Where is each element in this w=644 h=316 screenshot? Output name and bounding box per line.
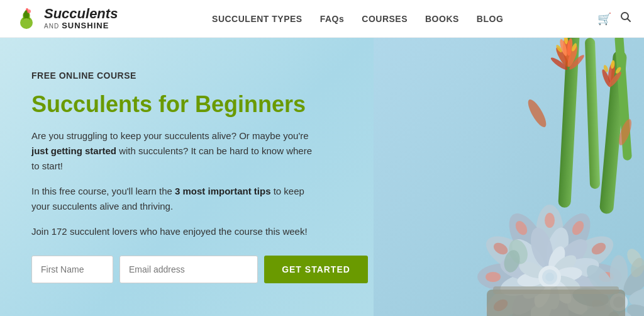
email-input[interactable] [119,256,258,283]
logo[interactable]: Succulents and SUNSHINE [13,5,118,33]
hero-section: FREE ONLINE COURSE Succulents for Beginn… [0,38,644,316]
nav-faqs[interactable]: FAQs [320,14,345,24]
nav-succulent-types[interactable]: SUCCULENT TYPES [212,14,303,24]
get-started-button[interactable]: GET STARTED [264,256,368,283]
hero-content: FREE ONLINE COURSE Succulents for Beginn… [0,38,399,316]
first-name-input[interactable] [31,256,113,283]
nav-books[interactable]: BOOKS [425,14,459,24]
hero-desc3: Join 172 succulent lovers who have enjoy… [31,224,368,239]
nav-courses[interactable]: COURSES [362,14,408,24]
cart-icon[interactable]: 🛒 [597,12,611,26]
logo-brand: Succulents [44,6,118,21]
hero-image [374,38,644,316]
svg-line-8 [627,19,630,22]
svg-point-69 [545,213,555,228]
svg-point-6 [26,8,28,11]
logo-and: and [44,23,59,30]
main-nav: SUCCULENT TYPES FAQs COURSES BOOKS BLOG [212,14,503,24]
svg-point-68 [545,273,554,281]
logo-sunshine: SUNSHINE [62,21,109,30]
hero-desc1: Are you struggling to keep your succulen… [31,128,321,174]
hero-label: FREE ONLINE COURSE [31,71,368,81]
hero-form: GET STARTED [31,256,368,283]
svg-rect-93 [493,286,619,294]
svg-point-4 [22,18,31,27]
logo-text: Succulents and SUNSHINE [44,6,118,30]
hero-title: Succulents for Beginners [31,91,368,118]
nav-blog[interactable]: BLOG [477,14,503,24]
header: Succulents and SUNSHINE SUCCULENT TYPES … [0,0,644,38]
succulent-illustration [374,38,644,316]
logo-icon [13,5,40,33]
hero-desc2: In this free course, you'll learn the 3 … [31,184,321,214]
nav-icons: 🛒 [597,11,631,26]
search-icon[interactable] [620,11,631,26]
svg-point-78 [486,272,501,282]
